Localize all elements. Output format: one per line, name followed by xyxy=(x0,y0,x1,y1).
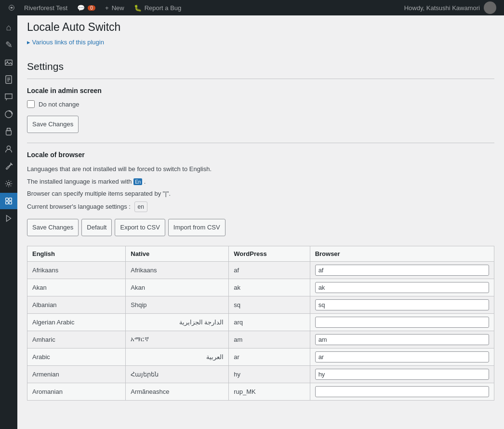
cell-browser[interactable] xyxy=(310,348,494,365)
report-bug-bar[interactable]: 🐛 Report a Bug xyxy=(129,0,186,15)
default-button[interactable]: Default xyxy=(81,219,112,236)
table-row: Afrikaans Afrikaans af xyxy=(27,261,494,279)
svg-rect-14 xyxy=(6,198,8,201)
sidebar-media[interactable] xyxy=(0,54,17,70)
cell-wordpress: ak xyxy=(229,279,310,296)
cell-english: Arabic xyxy=(27,348,126,365)
browser-section: Locale of browser Languages that are not… xyxy=(27,151,494,401)
table-header-row: English Native WordPress Browser xyxy=(27,246,494,261)
bar-right: Howdy, Katsushi Kawamori xyxy=(404,1,500,14)
browser-save-button[interactable]: Save Changes xyxy=(27,219,79,236)
cell-wordpress: rup_MK xyxy=(229,383,310,400)
cell-native: الدارجة الجزايرية xyxy=(126,313,229,331)
browser-input[interactable] xyxy=(315,265,489,276)
sidebar-posts[interactable]: ✎ xyxy=(0,37,17,53)
admin-screen-section: Locale in admin screen Do not change Sav… xyxy=(27,87,494,133)
sidebar-settings[interactable] xyxy=(0,175,17,192)
admin-section-title: Locale in admin screen xyxy=(27,87,494,94)
cell-native: አማርኛ xyxy=(126,331,229,348)
cell-browser[interactable] xyxy=(310,383,494,400)
browser-input[interactable] xyxy=(315,317,489,328)
cell-native: Afrikaans xyxy=(126,261,229,279)
cell-wordpress: sq xyxy=(229,296,310,313)
cell-native: Հայերեն xyxy=(126,365,229,383)
sidebar-tools[interactable] xyxy=(0,158,17,174)
cell-english: Algerian Arabic xyxy=(27,313,126,331)
cell-browser[interactable] xyxy=(310,279,494,296)
site-name-bar[interactable]: Riverforest Test xyxy=(19,0,72,15)
svg-point-13 xyxy=(7,182,10,185)
wp-logo[interactable] xyxy=(4,0,19,15)
svg-point-1 xyxy=(11,7,13,9)
cell-browser[interactable] xyxy=(310,261,494,279)
svg-rect-2 xyxy=(5,60,12,66)
cell-native: العربية xyxy=(126,348,229,365)
table-row: Arabic العربية ar xyxy=(27,348,494,365)
svg-rect-15 xyxy=(9,198,12,201)
col-english: English xyxy=(27,246,126,261)
browser-input[interactable] xyxy=(315,369,489,380)
info-text-1: Languages that are not installed will be… xyxy=(27,164,494,174)
browser-buttons-row: Save Changes Default Export to CSV Impor… xyxy=(27,219,494,236)
svg-rect-16 xyxy=(6,201,8,204)
table-row: Aromanian Armãneashce rup_MK xyxy=(27,383,494,400)
plugin-links[interactable]: ▸ Various links of this plugin xyxy=(27,39,494,46)
cell-browser[interactable] xyxy=(310,331,494,348)
export-csv-button[interactable]: Export to CSV xyxy=(115,219,165,236)
browser-section-title: Locale of browser xyxy=(27,151,494,159)
sidebar-active-plugin[interactable] xyxy=(0,193,17,209)
do-not-change-checkbox[interactable] xyxy=(27,100,35,108)
table-row: Amharic አማርኛ am xyxy=(27,331,494,348)
sidebar-pages[interactable] xyxy=(0,71,17,88)
divider-2 xyxy=(27,143,494,143)
col-browser: Browser xyxy=(310,246,494,261)
cell-english: Akan xyxy=(27,279,126,296)
cell-english: Armenian xyxy=(27,365,126,383)
import-csv-button[interactable]: Import from CSV xyxy=(168,219,225,236)
cell-browser[interactable] xyxy=(310,313,494,331)
bug-icon: 🐛 xyxy=(134,4,142,12)
cell-native: Akan xyxy=(126,279,229,296)
language-table: English Native WordPress Browser Afrikaa… xyxy=(27,246,494,401)
info-text-4: Current browser's language settings : en xyxy=(27,201,494,212)
browser-input[interactable] xyxy=(315,299,489,310)
cell-english: Afrikaans xyxy=(27,261,126,279)
cell-native: Armãneashce xyxy=(126,383,229,400)
browser-input[interactable] xyxy=(315,282,489,293)
admin-save-button[interactable]: Save Changes xyxy=(27,116,79,133)
page-title: Locale Auto Switch xyxy=(27,20,494,35)
browser-input[interactable] xyxy=(315,334,489,345)
cell-native: Shqip xyxy=(126,296,229,313)
sidebar-extra[interactable] xyxy=(0,210,17,227)
comments-bar[interactable]: 💬 0 xyxy=(72,0,100,15)
sidebar-appearance[interactable] xyxy=(0,106,17,122)
do-not-change-label[interactable]: Do not change xyxy=(39,101,80,108)
svg-rect-9 xyxy=(7,128,10,131)
divider-1 xyxy=(27,79,494,79)
page-wrapper: Locale Auto Switch ▸ Various links of th… xyxy=(17,15,504,429)
info-text-2: The installed language is marked with En… xyxy=(27,177,494,187)
installed-icon: En xyxy=(133,178,142,185)
admin-bar: Riverforest Test 💬 0 + New 🐛 Report a Bu… xyxy=(0,0,504,15)
browser-input[interactable] xyxy=(315,386,489,397)
sidebar-comments[interactable] xyxy=(0,89,17,105)
sidebar-dashboard[interactable]: ⌂ xyxy=(0,19,17,36)
cell-english: Amharic xyxy=(27,331,126,348)
sidebar-users[interactable] xyxy=(0,141,17,157)
new-content-bar[interactable]: + New xyxy=(100,0,129,15)
current-lang-badge: en xyxy=(134,201,147,212)
table-row: Albanian Shqip sq xyxy=(27,296,494,313)
cell-browser[interactable] xyxy=(310,296,494,313)
cell-wordpress: ar xyxy=(229,348,310,365)
browser-input[interactable] xyxy=(315,351,489,362)
cell-wordpress: hy xyxy=(229,365,310,383)
cell-english: Albanian xyxy=(27,296,126,313)
cell-english: Aromanian xyxy=(27,383,126,400)
sidebar-plugins[interactable] xyxy=(0,123,17,140)
settings-heading: Settings xyxy=(27,55,494,75)
cell-wordpress: arq xyxy=(229,313,310,331)
svg-point-12 xyxy=(7,146,10,149)
col-native: Native xyxy=(126,246,229,261)
table-row: Akan Akan ak xyxy=(27,279,494,296)
cell-browser[interactable] xyxy=(310,365,494,383)
